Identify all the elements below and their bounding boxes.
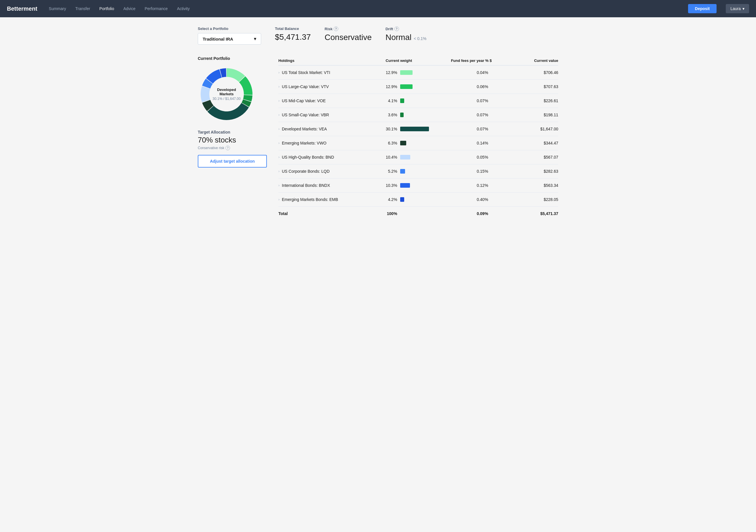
holding-name-1: › US Large-Cap Value: VTV [278, 84, 384, 89]
deposit-button[interactable]: Deposit [688, 4, 716, 13]
risk-block: Risk ? Conservative [325, 26, 372, 42]
table-row[interactable]: › US Mid-Cap Value: VOE 4.1% 0.07% $226.… [278, 94, 558, 108]
nav-link-activity[interactable]: Activity [177, 6, 190, 11]
fee-cell-8: 0.12% [451, 183, 514, 188]
table-row[interactable]: › International Bonds: BNDX 10.3% 0.12% … [278, 178, 558, 193]
total-balance-block: Total Balance $5,471.37 [275, 26, 311, 42]
expand-icon-4[interactable]: › [278, 127, 280, 131]
table-row[interactable]: › Developed Markets: VEA 30.1% 0.07% $1,… [278, 122, 558, 136]
value-cell-4: $1,647.00 [516, 127, 558, 131]
donut-segment [207, 103, 249, 120]
holding-name-text-2: US Mid-Cap Value: VOE [282, 98, 326, 103]
table-row[interactable]: › US Corporate Bonds: LQD 5.2% 0.15% $28… [278, 164, 558, 178]
value-cell-5: $344.47 [516, 141, 558, 146]
holding-name-text-0: US Total Stock Market: VTI [282, 70, 330, 75]
expand-icon-2[interactable]: › [278, 99, 280, 103]
weight-bar-container-1 [400, 84, 449, 90]
table-row[interactable]: › US Total Stock Market: VTI 12.9% 0.04%… [278, 66, 558, 80]
expand-icon-9[interactable]: › [278, 198, 280, 201]
weight-cell-6: 10.4% [386, 154, 449, 160]
total-balance-value: $5,471.37 [275, 33, 311, 42]
nav-link-advice[interactable]: Advice [123, 6, 135, 11]
weight-pct-3: 3.6% [386, 113, 397, 117]
weight-bar-5 [400, 141, 406, 146]
holding-name-text-5: Emerging Markets: VWO [282, 141, 326, 146]
weight-bar-0 [400, 70, 413, 75]
holding-name-8: › International Bonds: BNDX [278, 183, 384, 188]
drift-value: Normal [386, 33, 411, 42]
fee-cell-1: 0.06% [451, 84, 514, 89]
weight-pct-5: 6.3% [386, 141, 397, 146]
donut-label-sub: 30.1% / $1,647.00 [212, 97, 240, 101]
holding-name-5: › Emerging Markets: VWO [278, 141, 384, 146]
total-value: $5,471.37 [516, 211, 558, 216]
nav-link-summary[interactable]: Summary [49, 6, 66, 11]
total-label: Total [278, 211, 384, 216]
nav-link-portfolio[interactable]: Portfolio [99, 6, 114, 11]
value-cell-1: $707.63 [516, 84, 558, 89]
expand-icon-0[interactable]: › [278, 70, 280, 74]
holding-name-text-1: US Large-Cap Value: VTV [282, 84, 329, 89]
target-allocation-risk: Conservative risk ? [198, 146, 267, 150]
user-chevron-icon: ▾ [742, 6, 744, 11]
target-allocation-title: Target Allocation [198, 130, 267, 134]
risk-info-icon[interactable]: ? [334, 26, 338, 31]
weight-cell-9: 4.2% [386, 197, 449, 202]
col-weight: Current weight [386, 59, 449, 63]
weight-bar-container-8 [400, 182, 449, 188]
holding-name-6: › US High-Quality Bonds: BND [278, 155, 384, 159]
portfolio-selector-label: Select a Portfolio [198, 26, 261, 31]
drift-info-icon[interactable]: ? [394, 26, 399, 31]
weight-pct-4: 30.1% [386, 127, 397, 131]
user-label: Laura [730, 6, 741, 11]
adjust-allocation-button[interactable]: Adjust target allocation [198, 155, 267, 168]
col-value: Current value [516, 59, 558, 63]
expand-icon-1[interactable]: › [278, 85, 280, 89]
table-header: Holdings Current weight Fund fees per ye… [278, 56, 558, 66]
value-cell-6: $567.07 [516, 155, 558, 159]
top-section: Select a Portfolio Traditional IRA ▾ Tot… [198, 26, 558, 45]
fee-cell-9: 0.40% [451, 197, 514, 202]
donut-label-main2: Markets [212, 92, 240, 96]
expand-icon-5[interactable]: › [278, 141, 280, 145]
table-row[interactable]: › US High-Quality Bonds: BND 10.4% 0.05%… [278, 150, 558, 164]
holding-name-0: › US Total Stock Market: VTI [278, 70, 384, 75]
holding-name-text-9: Emerging Markets Bonds: EMB [282, 197, 338, 202]
fee-cell-5: 0.14% [451, 141, 514, 146]
weight-pct-1: 12.9% [386, 84, 397, 89]
left-panel: Current Portfolio Developed Markets 30.1… [198, 56, 267, 168]
nav-link-performance[interactable]: Performance [145, 6, 168, 11]
bottom-section: Current Portfolio Developed Markets 30.1… [198, 56, 558, 221]
expand-icon-8[interactable]: › [278, 183, 280, 187]
weight-bar-container-9 [400, 197, 449, 202]
weight-bar-container-3 [400, 112, 449, 118]
user-menu[interactable]: Laura ▾ [726, 4, 749, 13]
total-weight: 100% [386, 211, 449, 216]
nav-link-transfer[interactable]: Transfer [75, 6, 90, 11]
table-row[interactable]: › Emerging Markets Bonds: EMB 4.2% 0.40%… [278, 193, 558, 207]
fee-cell-6: 0.05% [451, 155, 514, 159]
weight-pct-0: 12.9% [386, 70, 397, 75]
weight-bar-6 [400, 155, 410, 159]
weight-bar-container-4 [400, 126, 449, 132]
target-risk-info-icon[interactable]: ? [226, 146, 230, 150]
holding-name-2: › US Mid-Cap Value: VOE [278, 98, 384, 103]
weight-bar-4 [400, 127, 429, 131]
value-cell-2: $226.61 [516, 98, 558, 103]
expand-icon-3[interactable]: › [278, 113, 280, 117]
table-row[interactable]: › US Large-Cap Value: VTV 12.9% 0.06% $7… [278, 80, 558, 94]
total-balance-label: Total Balance [275, 26, 299, 31]
expand-icon-6[interactable]: › [278, 155, 280, 159]
value-cell-0: $706.46 [516, 70, 558, 75]
donut-segment [201, 86, 210, 102]
donut-chart: Developed Markets 30.1% / $1,647.00 [198, 66, 256, 123]
portfolio-dropdown[interactable]: Traditional IRA ▾ [198, 33, 261, 45]
weight-bar-container-2 [400, 98, 449, 104]
weight-bar-container-5 [400, 140, 449, 146]
weight-cell-3: 3.6% [386, 112, 449, 118]
expand-icon-7[interactable]: › [278, 169, 280, 173]
holding-name-7: › US Corporate Bonds: LQD [278, 169, 384, 173]
table-row[interactable]: › Emerging Markets: VWO 6.3% 0.14% $344.… [278, 136, 558, 150]
table-row[interactable]: › US Small-Cap Value: VBR 3.6% 0.07% $19… [278, 108, 558, 122]
weight-cell-0: 12.9% [386, 70, 449, 75]
